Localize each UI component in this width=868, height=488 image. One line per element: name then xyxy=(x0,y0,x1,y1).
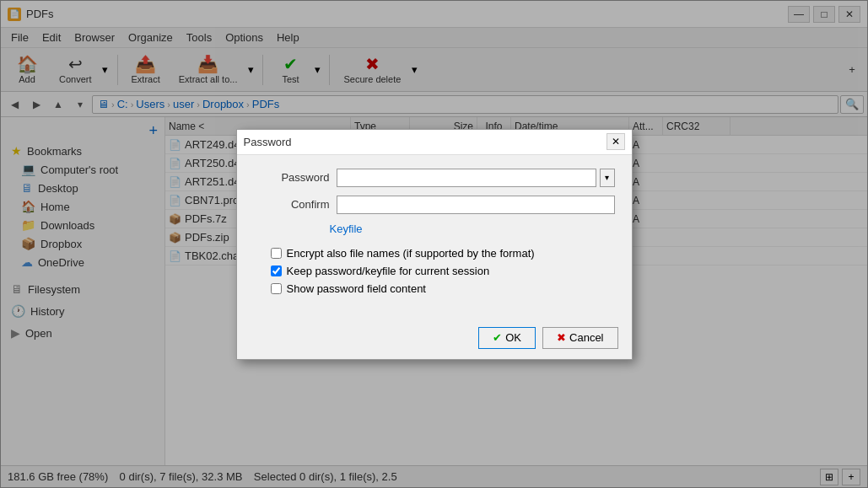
encrypt-filenames-label: Encrypt also file names (if supported by… xyxy=(287,247,535,260)
password-type-dropdown[interactable]: ▾ xyxy=(600,169,615,187)
keep-password-checkbox[interactable] xyxy=(271,265,282,276)
ok-button[interactable]: ✔ OK xyxy=(478,327,536,349)
keyfile-link[interactable]: Keyfile xyxy=(330,223,363,235)
encrypt-filenames-row: Encrypt also file names (if supported by… xyxy=(271,247,615,260)
confirm-input[interactable] xyxy=(337,196,615,214)
ok-icon: ✔ xyxy=(493,331,502,344)
show-password-checkbox[interactable] xyxy=(271,283,282,294)
dialog-title: Password xyxy=(244,136,607,148)
dialog-title-bar: Password ✕ xyxy=(237,130,632,155)
password-dialog: Password ✕ Password ▾ Confirm K xyxy=(236,129,633,360)
cancel-button[interactable]: ✖ Cancel xyxy=(542,327,617,349)
encrypt-filenames-checkbox[interactable] xyxy=(271,248,282,259)
keep-password-label: Keep password/keyfile for current sessio… xyxy=(287,265,490,277)
show-password-row: Show password field content xyxy=(271,282,615,295)
dialog-checkboxes: Encrypt also file names (if supported by… xyxy=(254,244,615,307)
password-input-wrap: ▾ xyxy=(337,169,615,187)
dialog-body: Password ▾ Confirm Keyfile xyxy=(237,155,632,320)
password-input[interactable] xyxy=(337,169,596,187)
password-row: Password ▾ xyxy=(254,169,615,187)
confirm-row: Confirm xyxy=(254,196,615,214)
cancel-label: Cancel xyxy=(569,331,603,344)
confirm-input-wrap xyxy=(337,196,615,214)
dialog-footer: ✔ OK ✖ Cancel xyxy=(237,320,632,359)
show-password-label: Show password field content xyxy=(287,282,426,295)
ok-label: OK xyxy=(505,331,521,344)
dialog-close-button[interactable]: ✕ xyxy=(607,133,625,150)
confirm-label: Confirm xyxy=(254,198,330,211)
cancel-icon: ✖ xyxy=(557,331,566,344)
dialog-overlay: Password ✕ Password ▾ Confirm K xyxy=(0,0,868,488)
password-label: Password xyxy=(254,171,330,184)
keyfile-row: Keyfile xyxy=(254,223,615,235)
keep-password-row: Keep password/keyfile for current sessio… xyxy=(271,265,615,277)
